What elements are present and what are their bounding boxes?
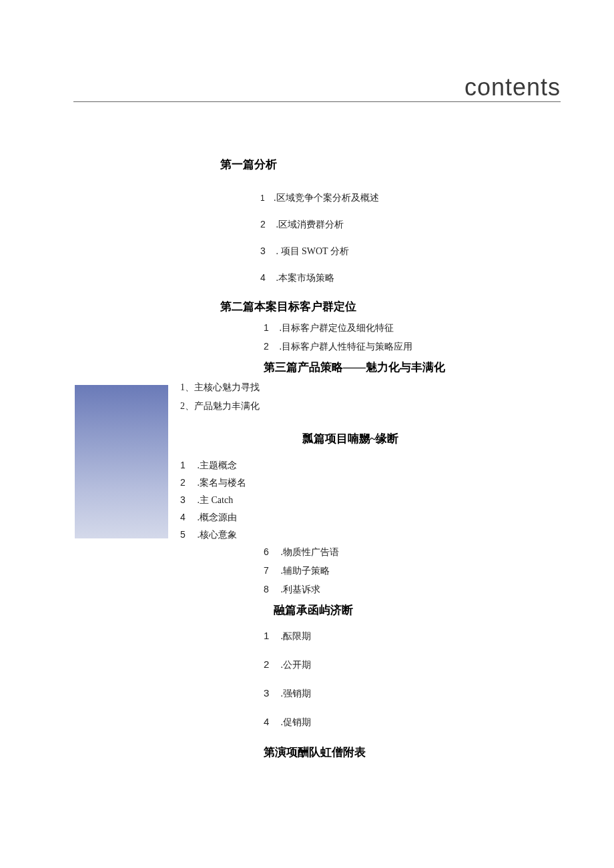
list-item: 4 .概念源由 — [180, 512, 614, 524]
item-number: 5 — [180, 529, 195, 540]
section-6-title: 第演项酬队虹僧附表 — [264, 745, 614, 760]
list-item: 2 .案名与楼名 — [180, 477, 614, 489]
list-item: 1 .目标客户群定位及细化特征 — [264, 322, 614, 334]
list-item: 1.区域竞争个案分析及概述 — [260, 192, 614, 204]
item-text: .目标客户群人性特征与策略应用 — [277, 342, 412, 352]
item-text: .概念源由 — [195, 512, 237, 522]
list-item: 4 .本案市场策略 — [260, 272, 614, 284]
item-text: .公开期 — [278, 660, 311, 670]
item-number: 1 — [180, 460, 195, 470]
list-item: 2、产品魅力丰满化 — [180, 400, 614, 412]
list-item: 5 .核心意象 — [180, 529, 614, 541]
item-number: 1 — [264, 630, 278, 641]
item-number: 1 — [264, 322, 277, 333]
list-item: 2 .区域消费群分析 — [260, 219, 614, 231]
item-text: .区域竞争个案分析及概述 — [274, 193, 379, 203]
item-number: 4 — [260, 272, 274, 283]
section-4-items-b: 6 .物质性广告语 7 .辅助子策略 8 .利基诉求 — [264, 546, 614, 596]
section-3-title: 第三篇产品策略——魅力化与丰满化 — [264, 360, 614, 375]
header-divider — [73, 101, 561, 102]
item-number: 8 — [264, 584, 278, 594]
list-item: 2 .目标客户群人性特征与策略应用 — [264, 341, 614, 353]
item-text: .核心意象 — [195, 530, 237, 540]
list-item: 3 . 项目 SWOT 分析 — [260, 246, 614, 258]
item-number: 3 — [264, 687, 278, 699]
item-text: .主 Catch — [195, 495, 233, 505]
list-item: 8 .利基诉求 — [264, 584, 614, 596]
item-text: .目标客户群定位及细化特征 — [277, 323, 394, 333]
item-text: .案名与楼名 — [195, 478, 246, 488]
item-number: 2 — [260, 219, 274, 230]
item-text: .区域消费群分析 — [274, 220, 344, 230]
list-item: 3 .主 Catch — [180, 494, 614, 506]
item-number: 4 — [264, 716, 278, 727]
list-item: 1 .酝限期 — [264, 630, 614, 642]
item-text: .物质性广告语 — [278, 547, 339, 557]
item-text: .强销期 — [278, 689, 311, 699]
section-2-items: 1 .目标客户群定位及细化特征 2 .目标客户群人性特征与策略应用 — [264, 322, 614, 353]
list-item: 7 .辅助子策略 — [264, 565, 614, 577]
item-text: .促销期 — [278, 717, 311, 727]
item-number: 3 — [260, 246, 274, 256]
item-text: .辅助子策略 — [278, 566, 330, 576]
item-number: 2 — [180, 477, 195, 488]
page-header: contents — [465, 73, 561, 101]
list-item: 4 .促销期 — [264, 716, 614, 729]
section-5-title: 融篇承函屿济断 — [274, 602, 614, 618]
item-text: .主题概念 — [195, 460, 237, 470]
list-item: 1、主核心魅力寻找 — [180, 382, 614, 394]
item-number: 6 — [264, 546, 278, 557]
toc-content: 第一篇分析 1.区域竞争个案分析及概述 2 .区域消费群分析 3 . 项目 SW… — [0, 157, 614, 767]
section-5-items: 1 .酝限期 2 .公开期 3 .强销期 4 .促销期 — [264, 630, 614, 729]
item-text: .本案市场策略 — [274, 273, 334, 283]
item-text: 2、产品魅力丰满化 — [180, 401, 260, 411]
section-4-items-a: 1 .主题概念 2 .案名与楼名 3 .主 Catch 4 .概念源由 5 .核… — [180, 460, 614, 541]
item-number: 1 — [260, 193, 274, 203]
item-number: 3 — [180, 494, 195, 505]
section-1-items: 1.区域竞争个案分析及概述 2 .区域消费群分析 3 . 项目 SWOT 分析 … — [260, 192, 614, 284]
item-number: 2 — [264, 341, 277, 352]
item-number: 2 — [264, 659, 278, 670]
item-text: .利基诉求 — [278, 584, 320, 594]
section-1-title: 第一篇分析 — [220, 157, 614, 172]
item-text: .酝限期 — [278, 631, 311, 641]
list-item: 2 .公开期 — [264, 659, 614, 671]
item-number: 4 — [180, 512, 195, 522]
item-text: . 项目 SWOT 分析 — [274, 246, 349, 256]
list-item: 3 .强销期 — [264, 687, 614, 700]
list-item: 6 .物质性广告语 — [264, 546, 614, 558]
section-3-items: 1、主核心魅力寻找 2、产品魅力丰满化 — [180, 382, 614, 412]
list-item: 1 .主题概念 — [180, 460, 614, 472]
section-4-title: 瓢篇项目喃嬲~缘断 — [87, 431, 614, 446]
item-text: 1、主核心魅力寻找 — [180, 382, 260, 392]
contents-title: contents — [465, 73, 561, 101]
section-2-title: 第二篇本案目标客户群定位 — [220, 299, 614, 314]
item-number: 7 — [264, 565, 278, 576]
